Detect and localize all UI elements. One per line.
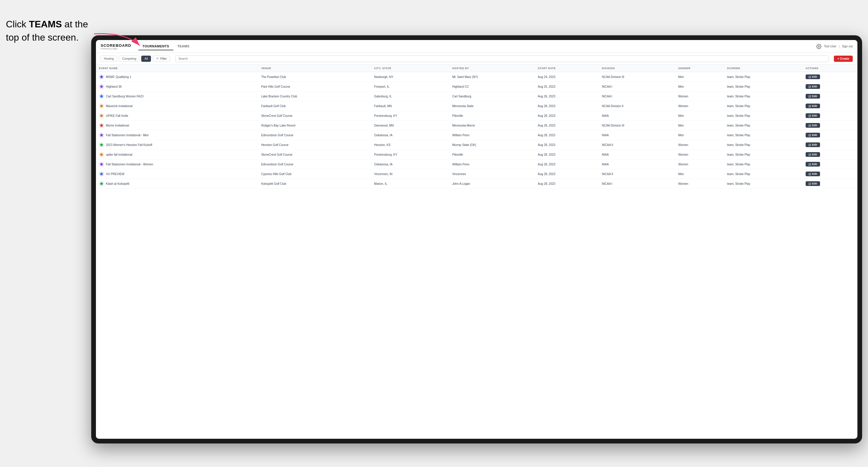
cell-venue: Hesston Golf Course [258,140,371,150]
table-row: Morris Invitational Ruttger's Bay Lake R… [96,121,858,130]
table-row: Klash at Kokopelli Kokopelli Golf Club M… [96,179,858,189]
event-name-text: Fall Statesmen Invitational - Men [106,133,149,137]
sign-out-link[interactable]: Sign out [842,45,853,48]
hosting-button[interactable]: Hosting [101,56,117,62]
edit-button[interactable]: Edit [806,172,820,176]
device-frame: SCOREBOARD Powered by clippit TOURNAMENT… [91,35,862,443]
event-logo [99,94,104,99]
filter-button[interactable]: Filter [153,56,170,62]
all-button[interactable]: All [141,56,151,62]
cell-gender: Women [675,92,724,101]
event-logo [99,181,104,186]
cell-venue: StoneCrest Golf Course [258,111,371,121]
cell-event-name: Klash at Kokopelli [96,179,258,189]
edit-button[interactable]: Edit [806,152,820,157]
cell-actions: Edit [803,150,858,159]
cell-city: Oskaloosa, IA [371,159,449,169]
table-row: Carl Sandburg Women FA23 Lake Bracken Co… [96,92,858,101]
event-name-text: 2023 Women's Hesston Fall Kickoff [106,143,152,147]
tab-teams[interactable]: TEAMS [173,43,194,50]
col-hosted: HOSTED BY [449,65,535,72]
cell-hosted: Pikeville [449,111,535,121]
pencil-icon [809,95,811,98]
search-input[interactable] [175,55,829,62]
cell-date: Aug 28, 2023 [535,111,599,121]
pencil-icon [809,105,811,107]
cell-actions: Edit [803,111,858,121]
cell-scoring: team, Stroke Play [724,82,803,92]
cell-actions: Edit [803,130,858,140]
table-row: Fall Statesmen Invitational - Women Edmu… [96,159,858,169]
cell-date: Aug 28, 2023 [535,101,599,111]
edit-button[interactable]: Edit [806,133,820,137]
event-name-text: Fall Statesmen Invitational - Women [106,163,153,166]
filter-label: Filter [160,57,166,60]
pencil-icon [809,124,811,127]
event-name-text: UPIKE Fall Invite [106,114,128,117]
event-logo [99,74,104,80]
event-name-text: Morris Invitational [106,124,129,127]
edit-button[interactable]: Edit [806,162,820,166]
toolbar: Hosting Competing All Filter + Create [96,53,858,65]
cell-venue: Kokopelli Golf Club [258,179,371,189]
competing-button[interactable]: Competing [119,56,140,62]
event-name-text: Maverick Invitational [106,104,133,108]
create-button[interactable]: + Create [834,56,853,62]
edit-button[interactable]: Edit [806,84,820,89]
cell-venue: Lake Bracken Country Club [258,92,371,101]
app-header: SCOREBOARD Powered by clippit TOURNAMENT… [96,40,858,53]
cell-event-name: VU PREVIEW [96,169,258,179]
cell-gender: Men [675,130,724,140]
nav-tabs: TOURNAMENTS TEAMS [138,43,816,50]
pencil-icon [809,182,811,185]
edit-button[interactable]: Edit [806,74,820,79]
cell-event-name: 2023 Women's Hesston Fall Kickoff [96,140,258,150]
cell-scoring: team, Stroke Play [724,159,803,169]
svg-point-1 [818,45,820,47]
cell-hosted: Carl Sandburg [449,92,535,101]
edit-button[interactable]: Edit [806,123,820,128]
edit-button[interactable]: Edit [806,94,820,99]
edit-button[interactable]: Edit [806,143,820,147]
cell-division: NAIA [599,159,675,169]
cell-date: Aug 28, 2023 [535,169,599,179]
cell-actions: Edit [803,82,858,92]
event-name-text: Highland 36 [106,85,122,88]
cell-city: Galesburg, IL [371,92,449,101]
edit-button[interactable]: Edit [806,103,820,108]
cell-hosted: William Penn [449,159,535,169]
edit-button[interactable]: Edit [806,181,820,186]
event-name-text: Carl Sandburg Women FA23 [106,95,144,98]
edit-button[interactable]: Edit [806,113,820,118]
table-row: VU PREVIEW Cypress Hills Golf Club Vince… [96,169,858,179]
cell-event-name: MSMC Qualifying 1 [96,72,258,82]
pencil-icon [809,173,811,176]
cell-venue: StoneCrest Golf Course [258,150,371,159]
cell-scoring: team, Stroke Play [724,179,803,189]
event-name-text: Klash at Kokopelli [106,182,129,185]
cell-hosted: Murray State (OK) [449,140,535,150]
cell-gender: Men [675,111,724,121]
event-logo [99,113,104,118]
col-actions: ACTIONS [803,65,858,72]
table-container: EVENT NAME VENUE CITY, STATE HOSTED BY S… [96,65,858,439]
cell-gender: Women [675,150,724,159]
cell-gender: Women [675,101,724,111]
cell-city: Prestonsburg, KY [371,111,449,121]
cell-scoring: team, Stroke Play [724,169,803,179]
event-logo [99,152,104,157]
table-row: Highland 36 Park Hills Golf Course Freep… [96,82,858,92]
pencil-icon [809,75,811,78]
cell-date: Aug 28, 2023 [535,179,599,189]
cell-scoring: team, Stroke Play [724,111,803,121]
col-venue: VENUE [258,65,371,72]
table-row: UPIKE Fall Invite StoneCrest Golf Course… [96,111,858,121]
col-scoring: SCORING [724,65,803,72]
instruction-prefix: Click [6,19,29,29]
cell-actions: Edit [803,121,858,130]
settings-icon[interactable] [816,44,822,49]
cell-event-name: Carl Sandburg Women FA23 [96,92,258,101]
cell-gender: Men [675,169,724,179]
cell-scoring: team, Stroke Play [724,121,803,130]
cell-scoring: team, Stroke Play [724,92,803,101]
